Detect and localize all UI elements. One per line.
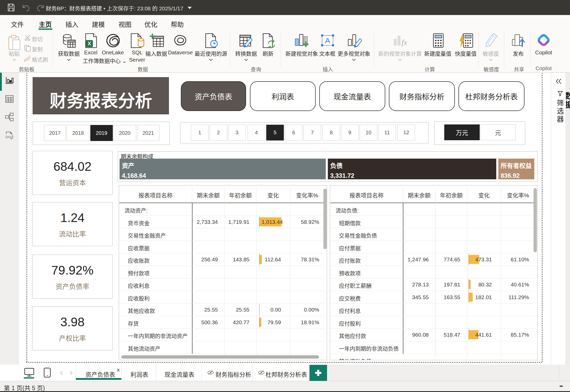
svg-text:DAX: DAX — [5, 135, 12, 139]
svg-text:X: X — [88, 41, 91, 46]
svg-text:fx: fx — [402, 38, 407, 47]
svg-text:A: A — [325, 36, 330, 45]
